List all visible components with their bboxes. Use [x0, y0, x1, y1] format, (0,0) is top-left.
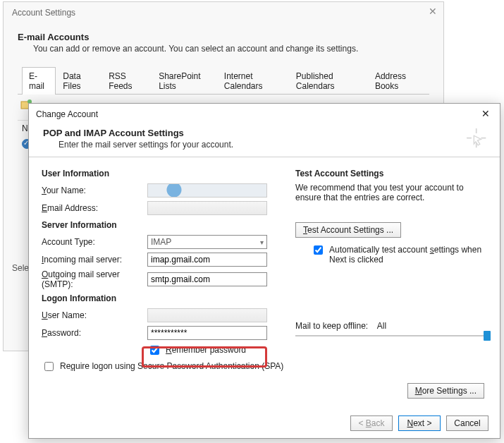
incoming-server-label: Incoming mail server:	[42, 255, 147, 265]
next-button[interactable]: Next >	[398, 415, 441, 431]
change-account-dialog: Change Account ✕ POP and IMAP Account Se…	[28, 103, 500, 439]
your-name-label: Your Name:	[42, 186, 147, 195]
test-settings-desc: We recommend that you test your account …	[295, 183, 487, 202]
dialog-title: Change Account	[36, 109, 98, 119]
close-icon[interactable]: ✕	[479, 108, 493, 121]
account-type-value: IMAP	[151, 237, 171, 247]
tab-internet-cal[interactable]: Internet Calendars	[217, 67, 289, 95]
password-label: Password:	[42, 328, 147, 338]
remember-password-checkbox[interactable]	[150, 346, 159, 355]
spa-row[interactable]: Require logon using Secure Password Auth…	[42, 361, 287, 373]
dialog-subheading: Enter the mail server settings for your …	[59, 140, 233, 150]
auto-test-row[interactable]: Automatically test account settings when…	[311, 245, 487, 265]
remember-password-row[interactable]: Remember password	[147, 345, 246, 357]
window-title: Account Settings	[4, 2, 443, 20]
email-address-field[interactable]	[147, 201, 267, 215]
tab-published-cal[interactable]: Published Calendars	[289, 67, 368, 95]
outgoing-server-label: Outgoing mail server (SMTP):	[42, 269, 147, 289]
remember-password-label: Remember password	[166, 345, 246, 355]
auto-test-checkbox[interactable]	[314, 245, 323, 255]
spa-label: Require logon using Secure Password Auth…	[60, 361, 283, 371]
account-type-select: IMAP ▾	[147, 235, 267, 249]
server-info-heading: Server Information	[42, 220, 287, 230]
tab-address-books[interactable]: Address Books	[368, 67, 429, 95]
spa-checkbox[interactable]	[44, 362, 54, 371]
tabstrip: E-mail Data Files RSS Feeds SharePoint L…	[18, 66, 429, 95]
user-name-field[interactable]	[147, 308, 267, 322]
test-account-button[interactable]: Test Account Settings ...	[295, 222, 401, 238]
user-name-label: User Name:	[42, 310, 147, 320]
chevron-down-icon: ▾	[260, 238, 264, 246]
tab-sharepoint[interactable]: SharePoint Lists	[152, 67, 217, 95]
close-icon[interactable]: ✕	[428, 6, 438, 16]
outgoing-server-field[interactable]	[147, 272, 267, 286]
cancel-button[interactable]: Cancel	[446, 415, 488, 431]
mail-keep-slider[interactable]	[295, 335, 487, 336]
logon-info-heading: Logon Information	[42, 293, 287, 303]
test-settings-heading: Test Account Settings	[295, 169, 487, 178]
tab-rss[interactable]: RSS Feeds	[102, 67, 152, 95]
email-address-label: Email Address:	[42, 203, 147, 213]
password-field[interactable]	[147, 326, 267, 340]
mail-keep-label: Mail to keep offline:	[295, 321, 368, 331]
email-accounts-heading: E-mail Accounts	[18, 32, 429, 42]
slider-thumb[interactable]	[484, 331, 491, 341]
user-info-heading: User Information	[42, 169, 287, 178]
tab-data-files[interactable]: Data Files	[56, 67, 102, 95]
back-button: < Back	[350, 415, 393, 431]
email-accounts-sub: You can add or remove an account. You ca…	[33, 44, 429, 54]
mail-keep-value: All	[377, 321, 386, 331]
truncated-selected-label: Sele	[12, 263, 29, 273]
tab-email[interactable]: E-mail	[22, 67, 56, 95]
cursor-graphic-icon	[463, 125, 487, 149]
more-settings-button[interactable]: More Settings ...	[407, 383, 484, 399]
dialog-heading: POP and IMAP Account Settings	[43, 128, 233, 138]
incoming-server-field[interactable]	[147, 253, 267, 267]
auto-test-label: Automatically test account settings when…	[329, 245, 487, 265]
your-name-field[interactable]	[147, 183, 267, 198]
account-type-label: Account Type:	[42, 237, 147, 247]
